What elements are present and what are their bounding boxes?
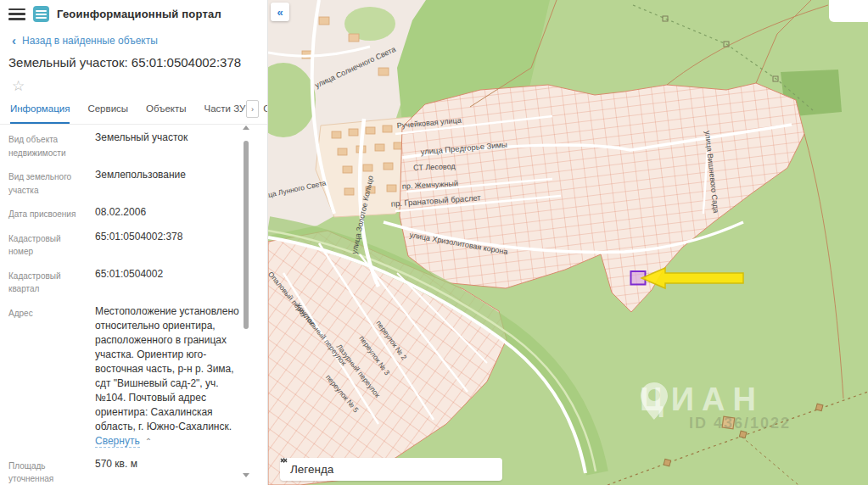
collapse-sidebar-button[interactable]: « bbox=[271, 3, 289, 21]
scrollbar-up-arrow[interactable] bbox=[242, 125, 250, 132]
field-label: Кадастровый номер bbox=[8, 230, 83, 259]
favorite-star-icon[interactable]: ☆ bbox=[0, 70, 267, 93]
info-sidebar: Геоинформационный портал ‹ Назад в найде… bbox=[0, 0, 268, 485]
map-corner-control[interactable] bbox=[829, 0, 868, 22]
fields-list: Вид объекта недвижимостиЗемельный участо… bbox=[0, 125, 267, 485]
back-chevron-icon: ‹ bbox=[12, 36, 16, 46]
tab-сервисы[interactable]: Сервисы bbox=[87, 103, 128, 124]
legend-dropdown[interactable]: Легенда bbox=[280, 458, 502, 481]
field-value: Земельный участок bbox=[83, 131, 188, 159]
app-logo-icon bbox=[33, 6, 49, 22]
info-row: Дата присвоения08.02.2006 bbox=[8, 201, 242, 226]
legend-label: Легенда bbox=[290, 463, 333, 476]
info-row: Вид объекта недвижимостиЗемельный участо… bbox=[8, 126, 242, 164]
scrollbar-down-arrow[interactable] bbox=[242, 473, 250, 480]
tab-объекты[interactable]: Объекты bbox=[146, 103, 186, 124]
tabs-more-button[interactable]: › bbox=[246, 100, 259, 118]
field-value: Местоположение установлено относительно … bbox=[83, 304, 242, 449]
tab-части-зу[interactable]: Части ЗУ bbox=[204, 103, 246, 124]
tabs: ИнформацияСервисыОбъектыЧасти ЗУСостав› bbox=[0, 93, 267, 125]
field-value: Землепользование bbox=[83, 168, 186, 197]
info-row: Вид земельного участкаЗемлепользование bbox=[8, 164, 242, 201]
info-row: Кадастровый квартал65:01:0504002 bbox=[8, 263, 242, 300]
info-row: Площадь уточненная570 кв. м bbox=[8, 453, 242, 485]
field-label: Кадастровый квартал bbox=[8, 267, 83, 296]
app-title: Геоинформационный портал bbox=[57, 8, 221, 20]
field-label: Вид земельного участка bbox=[8, 168, 83, 197]
street-label: СТ Лесовод bbox=[413, 162, 456, 172]
collapse-address-link[interactable]: Свернуть bbox=[95, 435, 140, 448]
field-label: Дата присвоения bbox=[8, 205, 83, 221]
field-value: 08.02.2006 bbox=[83, 205, 146, 221]
page-title: Земельный участок: 65:01:0504002:378 bbox=[0, 47, 267, 70]
info-row: Кадастровый номер65:01:0504002:378 bbox=[8, 226, 242, 263]
back-link[interactable]: ‹ Назад в найденные объекты bbox=[0, 24, 267, 47]
field-value: 65:01:0504002:378 bbox=[83, 230, 182, 259]
collapse-caret-icon: ⌃ bbox=[145, 437, 152, 446]
app-header: Геоинформационный портал bbox=[0, 0, 267, 24]
info-row: АдресМестоположение установлено относите… bbox=[8, 300, 242, 453]
map-canvas[interactable]: улица Солнечного СветаРучейковая улицаул… bbox=[268, 0, 868, 485]
back-link-label: Назад в найденные объекты bbox=[22, 35, 158, 47]
field-label: Вид объекта недвижимости bbox=[8, 131, 83, 159]
field-label: Площадь уточненная bbox=[8, 457, 83, 485]
map-drawing: улица Солнечного СветаРучейковая улицаул… bbox=[268, 0, 868, 485]
field-value: 65:01:0504002 bbox=[83, 267, 163, 296]
tab-информация[interactable]: Информация bbox=[10, 103, 70, 124]
field-value: 570 кв. м bbox=[83, 457, 137, 485]
tab-состав[interactable]: Состав bbox=[263, 103, 267, 124]
menu-icon[interactable] bbox=[8, 8, 25, 20]
field-label: Адрес bbox=[8, 304, 83, 449]
scrollbar-thumb[interactable] bbox=[244, 141, 249, 329]
